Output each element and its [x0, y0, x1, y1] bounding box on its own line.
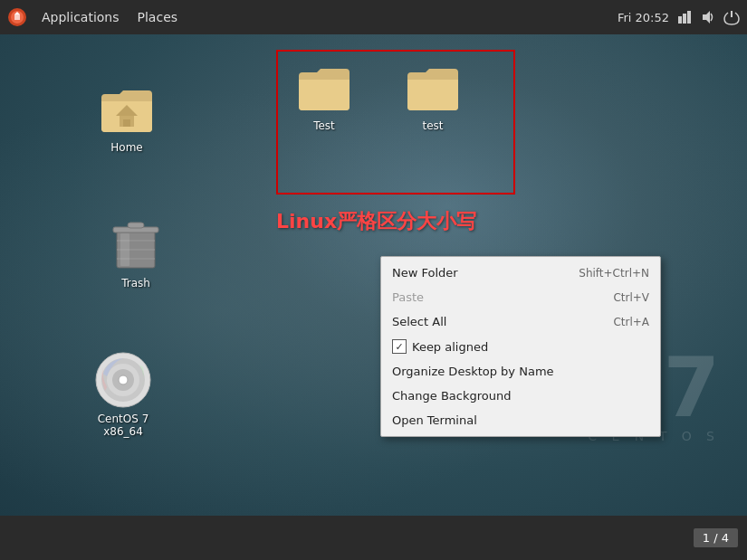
menu-new-folder-label: New Folder — [392, 266, 458, 280]
trash-label: Trash — [121, 277, 150, 289]
test-lower-folder-icon[interactable]: test — [388, 52, 478, 138]
menu-organize[interactable]: Organize Desktop by Name — [381, 359, 660, 384]
svg-rect-2 — [678, 16, 682, 24]
power-icon[interactable] — [723, 9, 740, 25]
desktop: Applications Places Fri 20:52 — [0, 0, 747, 516]
context-menu: New Folder Shift+Ctrl+N Paste Ctrl+V Sel… — [380, 256, 661, 437]
panel-left: Applications Places — [7, 6, 187, 28]
selected-icons: Test test — [279, 52, 478, 138]
home-label: Home — [110, 141, 142, 154]
centos-cd-icon[interactable]: CentOS 7 x86_64 — [78, 346, 168, 443]
test-label: Test — [313, 119, 335, 132]
clock: Fri 20:52 — [618, 11, 669, 24]
menu-open-terminal-label: Open Terminal — [392, 413, 477, 427]
menu-paste[interactable]: Paste Ctrl+V — [381, 285, 660, 309]
svg-rect-8 — [123, 119, 130, 127]
svg-marker-5 — [703, 11, 710, 24]
volume-icon[interactable] — [700, 9, 716, 25]
network-icon[interactable] — [676, 9, 693, 25]
applications-menu[interactable]: Applications — [33, 6, 129, 28]
home-folder-svg — [98, 80, 156, 138]
panel-right: Fri 20:52 — [618, 9, 740, 25]
keep-aligned-checkbox[interactable]: ✓ — [392, 339, 407, 354]
menu-keep-aligned[interactable]: ✓ Keep aligned — [381, 334, 660, 359]
menu-paste-label: Paste — [392, 290, 424, 304]
page-indicator: 1 / 4 — [694, 528, 738, 547]
cd-svg — [94, 351, 152, 409]
places-menu[interactable]: Places — [129, 6, 187, 28]
menu-change-background-label: Change Background — [392, 389, 511, 403]
menu-select-all-shortcut: Ctrl+A — [613, 316, 649, 328]
svg-rect-14 — [128, 223, 144, 228]
top-panel: Applications Places Fri 20:52 — [0, 0, 747, 34]
svg-rect-3 — [683, 14, 686, 24]
menu-new-folder[interactable]: New Folder Shift+Ctrl+N — [381, 261, 660, 285]
taskbar: 1 / 4 — [0, 516, 747, 560]
menu-new-folder-shortcut: Shift+Ctrl+N — [579, 267, 649, 280]
menu-select-all-label: Select All — [392, 315, 446, 328]
test-lower-folder-svg — [404, 58, 462, 116]
menu-change-background[interactable]: Change Background — [381, 384, 660, 408]
svg-point-20 — [119, 375, 128, 384]
menu-paste-shortcut: Ctrl+V — [613, 291, 649, 304]
svg-rect-15 — [120, 233, 129, 266]
annotation-text: Linux严格区分大小写 — [276, 208, 476, 235]
svg-rect-4 — [687, 11, 691, 24]
home-icon[interactable]: Home — [81, 74, 172, 159]
trash-svg — [110, 215, 162, 273]
test-folder-svg — [295, 58, 353, 116]
menu-organize-label: Organize Desktop by Name — [392, 365, 554, 378]
centos-label: CentOS 7 x86_64 — [83, 413, 163, 438]
menu-keep-aligned-label: Keep aligned — [412, 340, 488, 354]
test-lower-label: test — [422, 119, 443, 132]
menu-open-terminal[interactable]: Open Terminal — [381, 408, 660, 432]
test-folder-icon[interactable]: Test — [279, 52, 369, 138]
menu-select-all[interactable]: Select All Ctrl+A — [381, 309, 660, 334]
trash-icon-container[interactable]: Trash — [91, 210, 181, 295]
applications-icon — [7, 7, 27, 27]
